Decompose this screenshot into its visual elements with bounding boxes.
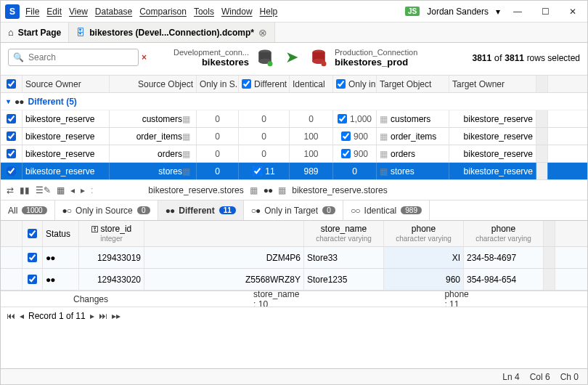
cell-only-source: 0: [197, 110, 239, 127]
tab-dcomp[interactable]: 🗄 bikestores (Devel...Connection).dcomp*…: [69, 23, 275, 42]
detail-grid-header: Status ⚿ store_id integer store_name cha…: [1, 221, 587, 247]
search-clear-icon[interactable]: ×: [142, 52, 147, 62]
menu-file[interactable]: File: [25, 7, 39, 17]
menu-database[interactable]: Database: [95, 7, 132, 17]
col-target-object[interactable]: Target Object: [377, 76, 449, 92]
scrollbar[interactable]: [536, 163, 548, 179]
detail-row[interactable]: ●●129433019DZM4P6Store33XI234-58-4697: [1, 247, 587, 269]
filter-tab-only-in-target[interactable]: ○●Only in Target0: [244, 200, 343, 220]
filter-tab-identical[interactable]: ○○Identical989: [343, 200, 430, 220]
row-checkbox[interactable]: [28, 253, 37, 262]
filter-label: Identical: [364, 206, 397, 216]
menu-view[interactable]: View: [69, 7, 88, 17]
filter-tab-all[interactable]: All1000: [1, 200, 55, 220]
col-phone-1[interactable]: phone character varying: [384, 221, 464, 246]
menu-help[interactable]: Help: [260, 7, 278, 17]
nav-first-icon[interactable]: ⏮: [7, 311, 15, 321]
cell-status: ●●: [43, 247, 79, 268]
close-button[interactable]: ✕: [563, 4, 583, 19]
filter-tabs: All1000●○Only in Source0●●Different11○●O…: [1, 200, 587, 221]
row-checkbox[interactable]: [28, 275, 37, 284]
tab-bar: ⌂ Start Page 🗄 bikestores (Devel...Conne…: [1, 23, 587, 43]
cell-source-owner: bikestore_reserve: [23, 110, 110, 127]
menu-edit[interactable]: Edit: [46, 7, 62, 17]
detail-row[interactable]: ●●129433020Z5568WRZ8YStore1235960354-984…: [1, 269, 587, 291]
filter-label: Only in Target: [264, 206, 318, 216]
scrollbar[interactable]: [544, 247, 555, 268]
menu-comparison[interactable]: Comparison: [139, 7, 187, 17]
row-checkbox[interactable]: [7, 149, 16, 158]
nav-right-icon[interactable]: ▸: [81, 185, 85, 195]
nav-more-icon[interactable]: ▸▸: [112, 311, 121, 321]
table-icon: [182, 114, 190, 124]
group-label: Different (5): [28, 97, 77, 107]
cell-source-owner: bikestore_reserve: [23, 128, 110, 145]
source-db-name: bikestores: [173, 57, 249, 68]
search-input[interactable]: [28, 52, 137, 62]
scrollbar[interactable]: [536, 128, 548, 145]
bullet-icon: ●●: [166, 206, 175, 216]
filter-tab-different[interactable]: ●●Different11: [158, 200, 244, 220]
col-different-checkbox[interactable]: [242, 79, 251, 89]
object-row[interactable]: bikestore_reserveorders 00100900 ordersb…: [1, 145, 587, 163]
form-view-icon[interactable]: ☰✎: [36, 185, 51, 195]
nav-last-icon[interactable]: ⏭: [99, 311, 107, 321]
search-input-wrapper: 🔍 ×: [8, 49, 139, 66]
cell-target-owner: bikestore_reserve: [449, 163, 536, 179]
user-name[interactable]: Jordan Sanders: [427, 7, 489, 17]
object-row[interactable]: bikestore_reservestores 0119890 storesbi…: [1, 163, 587, 180]
grid-view-icon[interactable]: ▦: [57, 185, 65, 195]
col-target-owner[interactable]: Target Owner: [449, 76, 536, 92]
col-different[interactable]: Different: [239, 76, 290, 92]
filter-label: Only in Source: [75, 206, 133, 216]
cell-store-id: 129433019: [79, 247, 144, 268]
filter-tab-only-in-source[interactable]: ●○Only in Source0: [55, 200, 158, 220]
diff-checkbox[interactable]: [253, 166, 262, 176]
object-row[interactable]: bikestore_reservecustomers 0001,000 cust…: [1, 110, 587, 128]
col-only-source[interactable]: Only in S...: [197, 76, 239, 92]
sync-icon[interactable]: ⇄: [7, 185, 14, 195]
col-store-name[interactable]: store_name character varying: [304, 221, 384, 246]
nav-prev-icon[interactable]: ◂: [20, 311, 24, 321]
scrollbar[interactable]: [536, 110, 548, 127]
user-badge: JS: [405, 7, 420, 16]
maximize-button[interactable]: ☐: [535, 4, 555, 19]
col-store-id[interactable]: ⚿ store_id integer: [79, 221, 144, 246]
status-line: Ln 4: [502, 372, 519, 382]
object-row[interactable]: bikestore_reserveorder_items 00100900 or…: [1, 128, 587, 145]
menu-tools[interactable]: Tools: [194, 7, 214, 17]
columns-icon[interactable]: ▮▮: [20, 185, 30, 195]
group-different[interactable]: ▾ ●● Different (5): [1, 93, 587, 110]
tab-close-icon[interactable]: ⊗: [258, 27, 267, 38]
onlyt-checkbox[interactable]: [341, 149, 351, 158]
nav-next-icon[interactable]: ▸: [90, 311, 94, 321]
nav-left-icon[interactable]: ◂: [70, 185, 75, 195]
row-checkbox[interactable]: [7, 114, 16, 123]
col-onlyt-checkbox[interactable]: [336, 79, 346, 89]
onlyt-checkbox[interactable]: [338, 114, 347, 123]
scrollbar-stub: [536, 76, 548, 92]
row-checkbox[interactable]: [7, 131, 16, 141]
tab-start-page[interactable]: ⌂ Start Page: [1, 23, 69, 42]
detail-select-all[interactable]: [28, 229, 37, 238]
cell-phone-2: 234-58-4697: [464, 247, 544, 268]
col-status[interactable]: Status: [43, 221, 79, 246]
select-all-checkbox[interactable]: [7, 79, 16, 89]
scrollbar[interactable]: [536, 145, 548, 162]
cell-target-object: order_items: [377, 128, 449, 145]
status-ch: Ch 0: [560, 372, 579, 382]
status-bar: Ln 4 Col 6 Ch 0: [1, 368, 587, 384]
col-phone-2[interactable]: phone character varying: [464, 221, 544, 246]
col-only-target[interactable]: Only in T: [333, 76, 377, 92]
col-source-object[interactable]: Source Object: [110, 76, 197, 92]
col-identical[interactable]: Identical: [290, 76, 333, 92]
cell-different: 0: [239, 128, 290, 145]
minimize-button[interactable]: —: [507, 4, 528, 19]
col-source-owner[interactable]: Source Owner: [23, 76, 110, 92]
onlyt-checkbox[interactable]: [341, 131, 351, 141]
menu-window[interactable]: Window: [221, 7, 253, 17]
scrollbar[interactable]: [544, 269, 555, 290]
cell-target-object: orders: [377, 145, 449, 162]
row-checkbox[interactable]: [7, 166, 16, 176]
user-dropdown-icon[interactable]: ▾: [496, 7, 500, 17]
